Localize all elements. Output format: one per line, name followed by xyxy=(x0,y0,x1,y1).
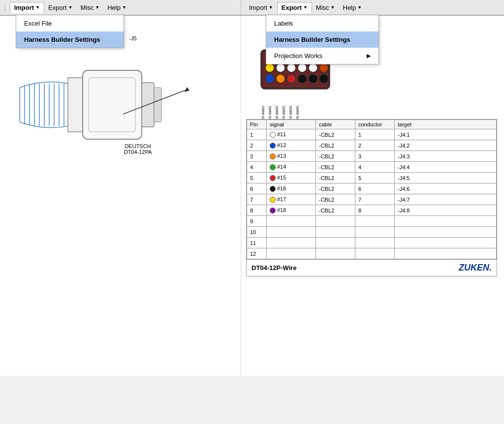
col-pin: Pin xyxy=(247,120,267,129)
svg-point-30 xyxy=(298,74,307,83)
svg-point-29 xyxy=(287,74,296,83)
right-misc-arrow: ▼ xyxy=(331,5,335,10)
color-indicator xyxy=(270,164,276,170)
cell-target: -J4:6 xyxy=(395,183,497,194)
right-help-arrow: ▼ xyxy=(357,5,362,10)
col-target: target xyxy=(395,120,497,129)
color-indicator xyxy=(270,208,276,213)
cell-pin: 2 xyxy=(247,140,267,151)
right-import-menu[interactable]: Import ▼ xyxy=(245,2,277,13)
color-indicator xyxy=(270,153,276,159)
right-misc-menu[interactable]: Misc ▼ xyxy=(312,2,339,13)
connection-table: Pin signal cable conductor target 1#11-C… xyxy=(247,120,497,259)
cell-target: -J4:1 xyxy=(395,129,497,140)
dropdown-labels[interactable]: Labels xyxy=(266,15,378,31)
left-help-menu[interactable]: Help ▼ xyxy=(103,2,130,13)
svg-point-24 xyxy=(298,63,307,72)
cell-signal: #14 xyxy=(267,162,316,173)
misc-arrow: ▼ xyxy=(95,5,99,10)
col-conductor: conductor xyxy=(355,120,395,129)
cable-corrugated xyxy=(20,82,69,127)
table-row: 9 xyxy=(247,216,497,227)
cell-conductor: 1 xyxy=(355,129,395,140)
left-misc-menu[interactable]: Misc ▼ xyxy=(77,2,104,13)
svg-rect-11 xyxy=(68,78,83,132)
cell-pin: 8 xyxy=(247,205,267,216)
cell-signal: #13 xyxy=(267,151,316,162)
left-diagram-panel: -J5 xyxy=(0,16,241,376)
cell-conductor: 2 xyxy=(355,140,395,151)
import-arrow: ▼ xyxy=(35,5,40,10)
cell-target xyxy=(395,248,497,259)
col-signal: signal xyxy=(267,120,316,129)
cell-signal xyxy=(267,248,316,259)
svg-marker-17 xyxy=(185,87,189,92)
cell-signal xyxy=(267,216,316,227)
color-indicator xyxy=(270,143,276,149)
cell-target xyxy=(395,227,497,238)
cell-conductor: 3 xyxy=(355,151,395,162)
cell-signal xyxy=(267,238,316,248)
cell-target: -J4:5 xyxy=(395,173,497,183)
svg-point-26 xyxy=(319,63,328,72)
svg-line-16 xyxy=(123,90,187,114)
cell-signal: #11 xyxy=(267,129,316,140)
dropdown-harness-settings-right[interactable]: Harness Builder Settings xyxy=(266,31,378,48)
cell-cable: -CBL2 xyxy=(316,140,355,151)
top-menu-area: ; Import ▼ Export ▼ Misc ▼ Help ▼ xyxy=(0,0,504,16)
cell-signal: #16 xyxy=(267,183,316,194)
cell-target xyxy=(395,238,497,248)
cell-pin: 12 xyxy=(247,248,267,259)
right-menu-bar: Import ▼ Export ▼ Misc ▼ Help ▼ xyxy=(241,0,504,15)
cell-cable xyxy=(316,227,355,238)
connection-table-container: Pin signal cable conductor target 1#11-C… xyxy=(246,119,497,276)
connector-arrow xyxy=(123,85,221,124)
right-help-menu[interactable]: Help ▼ xyxy=(339,2,366,13)
table-row: 7#17-CBL27-J4:7 xyxy=(247,194,497,205)
cell-pin: 7 xyxy=(247,194,267,205)
cell-signal: #12 xyxy=(267,140,316,151)
left-export-menu[interactable]: Export ▼ xyxy=(44,2,77,13)
export-arrow: ▼ xyxy=(68,5,73,10)
svg-point-32 xyxy=(319,74,328,83)
cell-conductor: 8 xyxy=(355,205,395,216)
dropdown-harness-settings-left[interactable]: Harness Builder Settings xyxy=(16,31,124,48)
cell-signal xyxy=(267,227,316,238)
cell-target: -J4:4 xyxy=(395,162,497,173)
right-dropdown: Labels Harness Builder Settings Projecti… xyxy=(266,15,379,64)
cell-signal: #17 xyxy=(267,194,316,205)
right-panel: AWG 20 - 7 AWG 20 - 8 DEUTSCH xyxy=(241,16,504,376)
cell-cable: -CBL2 xyxy=(316,129,355,140)
cell-cable: -CBL2 xyxy=(316,162,355,173)
left-dropdown: Excel File Harness Builder Settings xyxy=(16,15,124,48)
cell-cable: -CBL2 xyxy=(316,151,355,162)
cell-pin: 11 xyxy=(247,238,267,248)
dropdown-projection-works[interactable]: Projection Works ▶ xyxy=(266,48,378,64)
svg-point-27 xyxy=(265,74,274,83)
connector-drawing-area: -J5 xyxy=(10,35,217,155)
cell-cable: -CBL2 xyxy=(316,183,355,194)
right-export-menu[interactable]: Export ▼ xyxy=(277,2,312,13)
dropdown-excel-file[interactable]: Excel File xyxy=(16,15,124,31)
table-row: 3#13-CBL23-J4:3 xyxy=(247,151,497,162)
svg-point-31 xyxy=(309,74,317,83)
color-indicator xyxy=(270,186,276,192)
left-semicolon: ; xyxy=(4,4,6,11)
cell-conductor xyxy=(355,248,395,259)
cell-target: -J4:2 xyxy=(395,140,497,151)
projection-works-arrow: ▶ xyxy=(367,53,371,59)
table-row: 12 xyxy=(247,248,497,259)
svg-point-21 xyxy=(265,63,274,72)
svg-point-23 xyxy=(287,63,296,72)
cell-conductor: 7 xyxy=(355,194,395,205)
table-row: 6#16-CBL26-J4:6 xyxy=(247,183,497,194)
cell-pin: 5 xyxy=(247,173,267,183)
help-arrow: ▼ xyxy=(122,5,126,10)
cell-conductor xyxy=(355,227,395,238)
cell-pin: 9 xyxy=(247,216,267,227)
cell-signal: #18 xyxy=(267,205,316,216)
color-indicator xyxy=(270,175,276,181)
color-indicator xyxy=(270,132,276,138)
left-import-menu[interactable]: Import ▼ xyxy=(10,2,44,13)
cell-pin: 10 xyxy=(247,227,267,238)
